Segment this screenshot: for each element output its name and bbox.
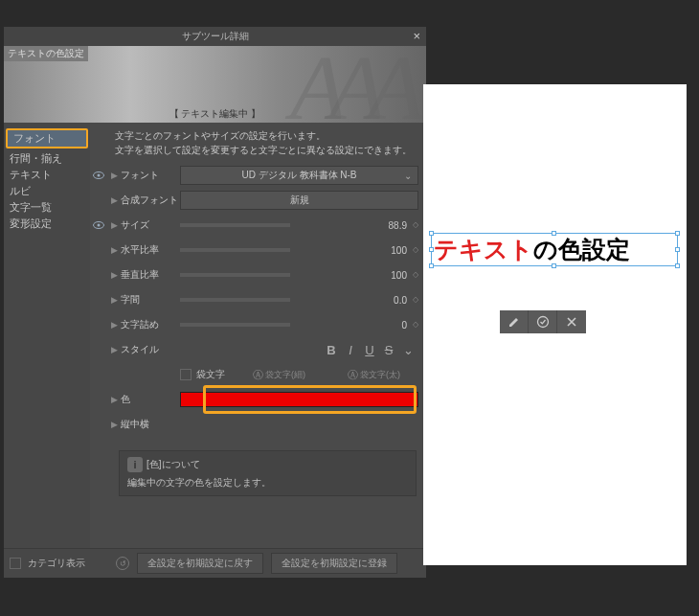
canvas[interactable]: テキストの色設定 — [423, 84, 687, 565]
edit-icon[interactable] — [500, 310, 529, 333]
color-label: 色 — [121, 393, 180, 406]
kerning-label: 文字詰め — [121, 318, 180, 331]
tracking-label: 字間 — [121, 293, 180, 307]
color-swatch[interactable] — [180, 392, 418, 407]
vratio-value[interactable]: 100 — [298, 270, 421, 281]
tracking-slider[interactable] — [180, 298, 290, 302]
svg-point-1 — [98, 174, 101, 177]
sidebar-item-transform[interactable]: 変形設定 — [4, 216, 90, 232]
size-slider[interactable] — [180, 223, 290, 227]
info-body: 編集中の文字の色を設定します。 — [127, 476, 408, 490]
size-value[interactable]: 88.9 — [298, 220, 421, 231]
visibility-icon[interactable] — [90, 221, 107, 229]
style-more-icon[interactable]: ⌄ — [399, 343, 417, 357]
reset-defaults-button[interactable]: 全設定を初期設定に戻す — [137, 553, 263, 574]
row-color: ▶ 色 — [90, 387, 420, 412]
hratio-value[interactable]: 100 — [298, 245, 421, 256]
row-composite-font: ▶ 合成フォント 新規 — [90, 188, 420, 213]
hratio-label: 水平比率 — [121, 243, 180, 257]
category-sidebar: フォント 行間・揃え テキスト ルビ 文字一覧 変形設定 — [4, 123, 90, 548]
hratio-slider[interactable] — [180, 248, 290, 252]
window-title: サブツール詳細 — [182, 30, 249, 43]
text-frame[interactable]: テキストの色設定 — [431, 233, 678, 266]
expand-icon[interactable]: ▶ — [107, 245, 121, 255]
sidebar-item-charlist[interactable]: 文字一覧 — [4, 199, 90, 216]
svg-point-3 — [98, 224, 101, 227]
tatechuyoko-label: 縦中横 — [121, 418, 180, 431]
resize-handle[interactable] — [429, 231, 434, 236]
decorative-a: AAA — [290, 46, 407, 123]
expand-icon[interactable]: ▶ — [107, 270, 121, 280]
compfont-label: 合成フォント — [121, 194, 180, 207]
resize-handle[interactable] — [429, 247, 434, 252]
visibility-icon[interactable] — [90, 171, 107, 179]
header-title: テキストの色設定 — [4, 46, 88, 61]
vratio-label: 垂直比率 — [121, 268, 180, 282]
description: 文字ごとのフォントやサイズの設定を行います。 文字を選択して設定を変更すると文字… — [90, 126, 420, 163]
bottom-bar: カテゴリ表示 ↺ 全設定を初期設定に戻す 全設定を初期設定に登録 — [4, 548, 426, 578]
resize-handle[interactable] — [675, 247, 680, 252]
confirm-icon[interactable] — [529, 310, 557, 333]
row-tatechuyoko: ▶ 縦中横 — [90, 412, 420, 437]
info-icon: i — [127, 457, 143, 472]
properties-area: 文字ごとのフォントやサイズの設定を行います。 文字を選択して設定を変更すると文字… — [90, 123, 426, 548]
row-kerning: ▶ 文字詰め 0 — [90, 312, 420, 337]
editing-label: 【 テキスト編集中 】 — [169, 107, 261, 121]
expand-icon[interactable]: ▶ — [107, 171, 121, 180]
sidebar-item-ruby[interactable]: ルビ — [4, 183, 90, 199]
category-label: カテゴリ表示 — [28, 557, 85, 570]
resize-handle[interactable] — [552, 263, 556, 268]
resize-handle[interactable] — [675, 263, 680, 268]
header-banner: テキストの色設定 AAA 【 テキスト編集中 】 — [4, 46, 426, 123]
italic-icon[interactable]: I — [342, 343, 359, 357]
row-font: ▶ フォント UD デジタル 教科書体 N-B — [90, 163, 420, 188]
expand-icon[interactable]: ▶ — [107, 295, 121, 305]
strike-icon[interactable]: S — [380, 343, 397, 357]
save-defaults-button[interactable]: 全設定を初期設定に登録 — [271, 553, 397, 574]
kerning-slider[interactable] — [180, 323, 290, 327]
expand-icon[interactable]: ▶ — [107, 220, 121, 230]
size-label: サイズ — [121, 218, 180, 232]
row-hratio: ▶ 水平比率 100 — [90, 238, 420, 262]
expand-icon[interactable]: ▶ — [107, 345, 121, 354]
text-content[interactable]: テキストの色設定 — [432, 234, 677, 265]
expand-icon[interactable]: ▶ — [107, 320, 121, 330]
resize-handle[interactable] — [675, 231, 680, 236]
outline-thin-button[interactable]: Ⓐ袋文字(細) — [233, 368, 326, 382]
row-outline: 袋文字 Ⓐ袋文字(細) Ⓐ袋文字(太) — [90, 362, 420, 387]
titlebar[interactable]: サブツール詳細 × — [4, 27, 426, 46]
expand-icon[interactable]: ▶ — [107, 420, 121, 429]
floating-toolbar — [500, 310, 586, 333]
kerning-value[interactable]: 0 — [298, 320, 421, 331]
outline-thick-button[interactable]: Ⓐ袋文字(太) — [327, 368, 420, 382]
expand-icon[interactable]: ▶ — [107, 395, 121, 404]
row-style: ▶ スタイル B I U S ⌄ — [90, 337, 420, 362]
underline-icon[interactable]: U — [361, 343, 378, 357]
subtool-detail-panel: サブツール詳細 × テキストの色設定 AAA 【 テキスト編集中 】 フォント … — [4, 27, 426, 578]
resize-handle[interactable] — [429, 263, 434, 268]
category-checkbox[interactable] — [10, 558, 21, 569]
reset-icon[interactable]: ↺ — [116, 557, 129, 570]
font-dropdown[interactable]: UD デジタル 教科書体 N-B — [180, 166, 418, 185]
sidebar-item-line[interactable]: 行間・揃え — [4, 150, 90, 167]
close-icon[interactable]: × — [413, 29, 420, 43]
outline-label: 袋文字 — [196, 368, 225, 381]
row-tracking: ▶ 字間 0.0 — [90, 287, 420, 312]
bold-icon[interactable]: B — [323, 343, 340, 357]
new-compfont-button[interactable]: 新規 — [180, 191, 418, 210]
vratio-slider[interactable] — [180, 273, 290, 277]
sidebar-item-font[interactable]: フォント — [6, 128, 88, 148]
info-head: [色]について — [147, 458, 200, 471]
cancel-icon[interactable] — [557, 310, 586, 333]
info-box: i[色]について 編集中の文字の色を設定します。 — [119, 450, 417, 496]
style-label: スタイル — [121, 343, 180, 356]
tracking-value[interactable]: 0.0 — [298, 295, 421, 306]
resize-handle[interactable] — [552, 231, 556, 236]
expand-icon[interactable]: ▶ — [107, 195, 121, 205]
sidebar-item-text[interactable]: テキスト — [4, 167, 90, 183]
font-label: フォント — [121, 169, 180, 182]
outline-checkbox[interactable] — [180, 369, 192, 380]
row-size: ▶ サイズ 88.9 — [90, 213, 420, 238]
row-vratio: ▶ 垂直比率 100 — [90, 262, 420, 287]
